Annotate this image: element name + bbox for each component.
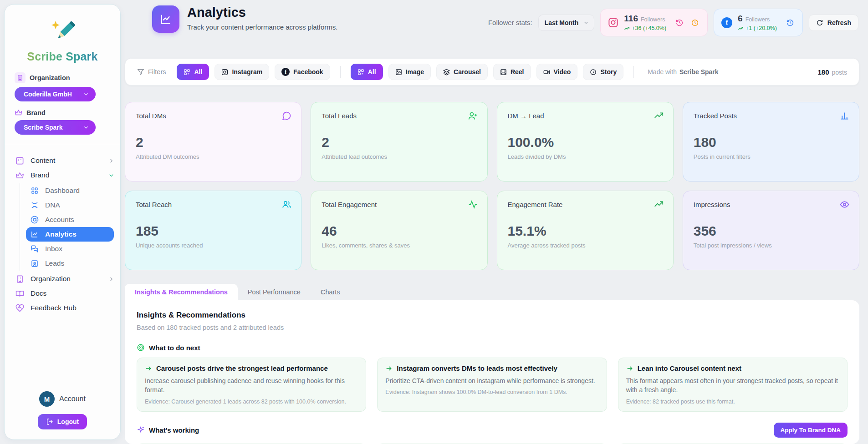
- metric-card-tracked-posts: Tracked Posts 180 Posts in current filte…: [683, 102, 859, 182]
- arrow-right-icon: [145, 365, 152, 372]
- page-title: Analytics: [187, 5, 337, 20]
- metric-card-total-leads: Total Leads 2 Attributed lead outcomes: [311, 102, 487, 182]
- metric-card-total-engagement: Total Engagement 46 Likes, comments, sha…: [311, 191, 487, 270]
- analytics-header-icon: [152, 5, 179, 33]
- apply-to-brand-dna-button[interactable]: Apply To Brand DNA: [774, 423, 848, 438]
- activity-icon: [468, 200, 478, 209]
- facebook-follower-delta: +1 (+20.0%): [738, 25, 777, 31]
- trend-up-icon: [738, 25, 744, 31]
- page-header: Analytics Track your content performance…: [125, 5, 859, 36]
- instagram-follower-delta: +36 (+45.0%): [624, 25, 666, 31]
- organization-selector[interactable]: Coderilla GmbH: [15, 87, 96, 101]
- period-select[interactable]: Last Month: [538, 15, 595, 31]
- chevron-down-icon: [108, 172, 115, 179]
- platform-filter-all[interactable]: All: [177, 64, 209, 80]
- app-logo: Scribe Spark: [5, 5, 120, 63]
- refresh-button[interactable]: Refresh: [809, 15, 858, 31]
- sidebar-item-inbox[interactable]: Inbox: [26, 242, 115, 256]
- what-to-do-next-heading: What to do next: [137, 343, 848, 352]
- heart-handshake-icon: [15, 304, 24, 313]
- sidebar-item-dashboard[interactable]: Dashboard: [26, 183, 115, 198]
- facebook-icon: f: [721, 17, 732, 28]
- chevron-right-icon: [108, 276, 115, 283]
- facebook-history-icon[interactable]: [785, 18, 795, 28]
- posts-count: 180posts: [818, 68, 848, 76]
- building-icon: [15, 275, 24, 283]
- brand-label: Brand: [15, 109, 110, 116]
- metric-card-engagement-rate: Engagement Rate 15.1% Average across tra…: [497, 191, 674, 270]
- insight-cards: Carousel posts drive the strongest lead …: [137, 358, 848, 412]
- main-content: Analytics Track your content performance…: [121, 0, 868, 444]
- type-filter-story[interactable]: Story: [583, 64, 623, 80]
- dashboard-icon: [31, 187, 39, 195]
- facebook-follower-card: f 6Followers +1 (+20.0%): [714, 9, 803, 36]
- sidebar-item-dna[interactable]: DNA: [26, 198, 115, 212]
- grid-icon: [357, 69, 364, 76]
- chevron-down-icon: [83, 124, 89, 131]
- type-filter-carousel[interactable]: Carousel: [436, 64, 488, 80]
- sidebar-item-organization[interactable]: Organization: [15, 272, 115, 286]
- instagram-icon: [221, 69, 228, 76]
- insight-card: Instagram converts DMs to leads most eff…: [377, 358, 607, 412]
- insights-heading: Insights & Recommendations: [137, 311, 848, 320]
- sidebar-item-feedback-hub[interactable]: Feedback Hub: [15, 301, 115, 315]
- type-filter-image[interactable]: Image: [388, 64, 431, 80]
- instagram-history-icon[interactable]: [674, 18, 684, 28]
- sidebar-item-analytics[interactable]: Analytics: [26, 227, 114, 242]
- facebook-follower-count: 6: [738, 14, 743, 23]
- type-filter-reel[interactable]: Reel: [493, 64, 531, 80]
- trend-up-icon: [654, 111, 664, 121]
- sidebar-item-leads[interactable]: Leads: [26, 256, 115, 271]
- building-icon: [15, 72, 26, 83]
- platform-filter-facebook[interactable]: f Facebook: [275, 64, 330, 80]
- made-with-label: Made withScribe Spark: [648, 68, 718, 76]
- tab-post-performance[interactable]: Post Performance: [238, 284, 311, 300]
- tab-insights-recommendations[interactable]: Insights & Recommendations: [125, 284, 238, 300]
- sidebar-item-accounts[interactable]: Accounts: [26, 212, 115, 227]
- dna-icon: [31, 201, 39, 209]
- video-camera-icon: [543, 69, 550, 76]
- brand-selector[interactable]: Scribe Spark: [15, 120, 96, 135]
- type-filter-all[interactable]: All: [351, 64, 383, 80]
- arrow-right-icon: [385, 365, 393, 372]
- eye-icon: [840, 200, 849, 209]
- logout-icon: [46, 418, 53, 425]
- chat-bubble-icon: [282, 111, 291, 121]
- image-icon: [395, 69, 402, 76]
- organization-label: Organization: [15, 72, 110, 83]
- sidebar-item-docs[interactable]: Docs: [15, 286, 115, 301]
- bar-chart-icon: [840, 111, 849, 121]
- trend-up-icon: [654, 200, 664, 209]
- avatar: M: [39, 391, 55, 407]
- content-icon: [15, 156, 24, 165]
- logout-button[interactable]: Logout: [38, 414, 87, 429]
- instagram-clock-icon[interactable]: [690, 18, 700, 28]
- type-filter-video[interactable]: Video: [536, 64, 578, 80]
- instagram-icon: [608, 17, 618, 28]
- chevron-right-icon: [108, 157, 115, 164]
- arrow-right-icon: [626, 365, 633, 372]
- chevron-down-icon: [583, 20, 589, 26]
- insight-card: Carousel posts drive the strongest lead …: [137, 358, 366, 412]
- whats-working-heading: What's working: [137, 426, 199, 434]
- instagram-follower-count: 116: [624, 14, 638, 23]
- crown-icon: [15, 171, 24, 180]
- filters-label: Filters: [137, 68, 166, 76]
- layers-icon: [443, 69, 450, 76]
- sidebar-nav: Content Brand Dashboard: [5, 144, 120, 391]
- pencil-sparkle-logo-icon: [48, 16, 77, 45]
- account-row[interactable]: M Account: [5, 391, 120, 407]
- sidebar-item-content[interactable]: Content: [15, 153, 115, 168]
- sidebar-item-brand[interactable]: Brand: [15, 168, 115, 182]
- contact-card-icon: [31, 259, 39, 267]
- facebook-icon: f: [281, 68, 290, 76]
- target-icon: [137, 343, 145, 352]
- metric-card-impressions: Impressions 356 Total post impressions /…: [683, 191, 859, 270]
- platform-filter-instagram[interactable]: Instagram: [214, 64, 269, 80]
- book-open-icon: [15, 289, 24, 298]
- tab-charts[interactable]: Charts: [311, 284, 350, 300]
- follower-stats-label: Follower stats:: [488, 19, 532, 26]
- grid-icon: [184, 69, 190, 76]
- insights-subheading: Based on 180 tracked posts and 2 attribu…: [137, 324, 848, 331]
- metric-card-total-reach: Total Reach 185 Unique accounts reached: [125, 191, 301, 270]
